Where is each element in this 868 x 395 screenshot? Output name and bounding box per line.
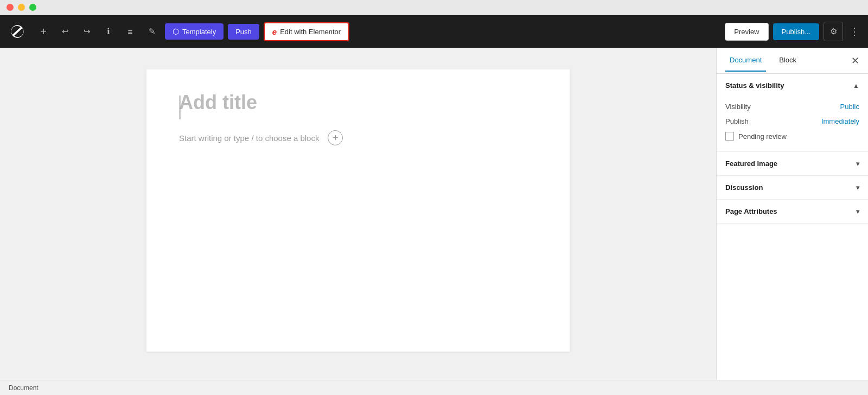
- wp-logo: [7, 21, 28, 42]
- sidebar: Document Block ✕ Status & visibility ▲ V…: [716, 48, 868, 380]
- pending-review-label: Pending review: [738, 132, 787, 141]
- app-container: + ↩ ↪ ℹ ≡ ✎ ⬡ Templately Push e Edit wit…: [0, 15, 868, 395]
- tab-block[interactable]: Block: [775, 49, 801, 72]
- sidebar-close-btn[interactable]: ✕: [851, 55, 859, 67]
- mac-close-btn[interactable]: [7, 4, 14, 11]
- undo-icon: ↩: [62, 27, 69, 36]
- main-area: Start writing or type / to choose a bloc…: [0, 48, 868, 380]
- page-attributes-section: Page Attributes ▾: [717, 200, 868, 224]
- pending-review-row: Pending review: [725, 129, 859, 144]
- redo-icon: ↪: [84, 27, 91, 36]
- document-tab-label: Document: [730, 56, 762, 64]
- gear-icon: ⚙: [830, 27, 837, 36]
- editor-canvas: Start writing or type / to choose a bloc…: [146, 69, 570, 352]
- info-icon: ℹ: [107, 27, 110, 36]
- push-btn[interactable]: Push: [228, 24, 259, 40]
- cursor: [179, 95, 181, 119]
- toolbar-right: Preview Publish... ⚙ ⋮: [725, 22, 861, 41]
- status-visibility-label: Status & visibility: [725, 81, 784, 90]
- featured-image-header[interactable]: Featured image ▾: [717, 152, 868, 175]
- elementor-label: Edit with Elementor: [280, 28, 341, 36]
- status-bar-label: Document: [9, 384, 39, 392]
- add-block-toolbar-btn[interactable]: +: [35, 23, 52, 40]
- edit-with-elementor-btn[interactable]: e Edit with Elementor: [264, 22, 349, 41]
- chevron-down-icon-3: ▾: [856, 208, 859, 215]
- featured-image-label: Featured image: [725, 160, 777, 168]
- editor-area: Start writing or type / to choose a bloc…: [0, 48, 716, 380]
- publish-schedule-label: Publish: [725, 117, 749, 125]
- close-icon: ✕: [851, 55, 859, 66]
- redo-btn[interactable]: ↪: [78, 23, 95, 40]
- info-btn[interactable]: ℹ: [100, 23, 117, 40]
- add-block-btn[interactable]: +: [328, 130, 343, 145]
- discussion-label: Discussion: [725, 183, 763, 192]
- settings-btn[interactable]: ⚙: [824, 22, 843, 41]
- featured-image-section: Featured image ▾: [717, 152, 868, 176]
- more-icon: ⋮: [850, 26, 859, 37]
- mac-minimize-btn[interactable]: [18, 4, 25, 11]
- block-placeholder-area: Start writing or type / to choose a bloc…: [179, 130, 537, 145]
- more-options-btn[interactable]: ⋮: [847, 23, 861, 40]
- discussion-section: Discussion ▾: [717, 176, 868, 200]
- plus-icon: +: [40, 26, 47, 38]
- publish-schedule-value[interactable]: Immediately: [821, 117, 859, 125]
- templately-btn[interactable]: ⬡ Templately: [165, 23, 224, 40]
- undo-btn[interactable]: ↩: [56, 23, 74, 40]
- status-visibility-section: Status & visibility ▲ Visibility Public …: [717, 74, 868, 152]
- list-icon: ≡: [128, 27, 133, 36]
- page-attributes-label: Page Attributes: [725, 207, 777, 215]
- push-label: Push: [235, 28, 252, 36]
- block-placeholder-text: Start writing or type / to choose a bloc…: [179, 133, 319, 143]
- visibility-row: Visibility Public: [725, 99, 859, 114]
- status-bar: Document: [0, 380, 868, 395]
- add-block-icon: +: [333, 133, 339, 143]
- tab-document[interactable]: Document: [725, 49, 766, 72]
- preview-label: Preview: [734, 28, 759, 36]
- visibility-value[interactable]: Public: [840, 103, 859, 111]
- discussion-header[interactable]: Discussion ▾: [717, 176, 868, 199]
- chevron-down-icon-2: ▾: [856, 184, 859, 192]
- publish-label: Publish...: [782, 28, 810, 36]
- status-visibility-header[interactable]: Status & visibility ▲: [717, 74, 868, 97]
- pending-review-checkbox[interactable]: [725, 132, 734, 141]
- publish-row: Publish Immediately: [725, 114, 859, 129]
- block-tab-label: Block: [779, 56, 796, 64]
- templately-icon: ⬡: [173, 27, 179, 36]
- toolbar: + ↩ ↪ ℹ ≡ ✎ ⬡ Templately Push e Edit wit…: [0, 15, 868, 48]
- mac-titlebar: [0, 0, 868, 15]
- tools-btn[interactable]: ✎: [143, 23, 161, 40]
- chevron-down-icon: ▾: [856, 160, 859, 168]
- status-visibility-content: Visibility Public Publish Immediately Pe…: [717, 97, 868, 151]
- sidebar-tabs-header: Document Block ✕: [717, 48, 868, 74]
- publish-btn[interactable]: Publish...: [773, 23, 819, 40]
- page-attributes-header[interactable]: Page Attributes ▾: [717, 200, 868, 223]
- pencil-icon: ✎: [149, 27, 156, 36]
- preview-btn[interactable]: Preview: [725, 23, 768, 41]
- templately-label: Templately: [182, 28, 216, 36]
- chevron-up-icon: ▲: [853, 82, 859, 90]
- list-view-btn[interactable]: ≡: [122, 23, 139, 40]
- post-title-input[interactable]: [179, 91, 537, 114]
- editor-content: [179, 91, 537, 130]
- elementor-icon: e: [272, 27, 277, 36]
- mac-maximize-btn[interactable]: [29, 4, 36, 11]
- visibility-label: Visibility: [725, 103, 751, 111]
